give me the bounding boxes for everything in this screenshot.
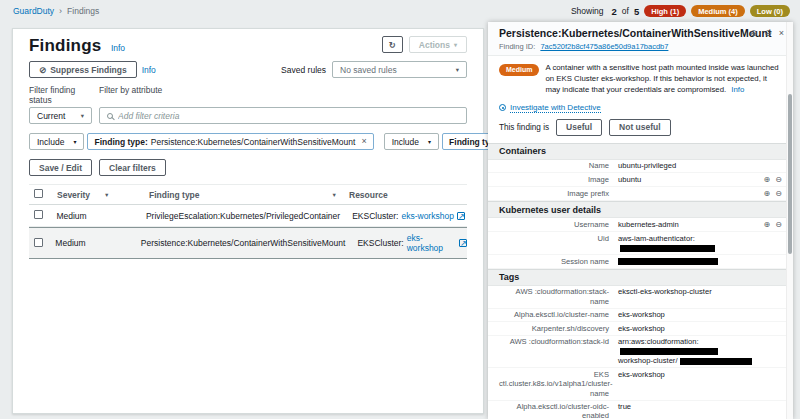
- row-checkbox[interactable]: [34, 210, 43, 219]
- filter-status-label: Filter finding status: [29, 85, 99, 105]
- detail-row: AWS :cloudformation:stack-id arn:aws:clo…: [488, 336, 793, 368]
- chevron-down-icon: ▾: [454, 41, 457, 48]
- field-label: Image: [499, 175, 609, 184]
- close-icon[interactable]: ×: [361, 137, 366, 146]
- breadcrumb: GuardDuty › Findings: [13, 6, 99, 16]
- suppress-info-link[interactable]: Info: [142, 65, 156, 75]
- severity-cell: Medium: [55, 238, 140, 248]
- detail-row: AWS :cloudformation:stack-name eksctl-ek…: [488, 286, 793, 309]
- panel-scrollbar[interactable]: [786, 22, 793, 419]
- section-header-containers: Containers: [488, 143, 793, 160]
- field-label: Uid: [499, 234, 609, 243]
- finding-status-select[interactable]: Current ▾: [29, 107, 92, 124]
- finding-status-value: Current: [37, 111, 65, 121]
- close-icon[interactable]: ×: [779, 28, 784, 38]
- sort-icon: ▼: [104, 192, 109, 198]
- zoom-in-icon[interactable]: ⊕: [750, 28, 758, 38]
- resource-prefix: EKSCluster:: [357, 238, 403, 248]
- finding-row-selected[interactable]: Medium Persistence:Kubernetes/ContainerW…: [29, 227, 467, 259]
- column-header-finding-type[interactable]: Finding type ▼: [149, 190, 349, 200]
- investigate-with-detective-link[interactable]: Investigate with Detective: [510, 103, 601, 113]
- select-all-checkbox[interactable]: [34, 189, 43, 198]
- title-info-link[interactable]: Info: [111, 43, 125, 53]
- external-link-icon[interactable]: ↗: [457, 212, 465, 220]
- filter-chip-group: Include ▾ Finding type: Persistence:Kube…: [29, 133, 374, 150]
- field-value: ubuntu-privileged: [618, 161, 782, 170]
- findings-summary: Showing 2 of 5 High (1) Medium (4) Low (…: [571, 5, 790, 17]
- severity-header-label: Severity: [57, 190, 90, 200]
- field-label: Image prefix: [499, 189, 609, 198]
- zoom-out-icon[interactable]: ⊖: [775, 175, 782, 185]
- sort-icon: ▼: [332, 192, 337, 198]
- resource-cell: EKSCluster: eks-workshop ↗: [352, 211, 467, 221]
- zoom-in-icon[interactable]: ⊕: [764, 175, 771, 185]
- field-label: Session name: [499, 257, 609, 266]
- filter-attribute-label: Filter by attribute: [99, 85, 162, 105]
- useful-button[interactable]: Useful: [556, 119, 602, 136]
- resource-cell: EKSCluster: eks-workshop ↗: [357, 233, 467, 253]
- save-edit-button[interactable]: Save / Edit: [29, 159, 92, 176]
- column-header-resource[interactable]: Resource: [349, 190, 467, 200]
- external-link-icon[interactable]: ↗: [459, 239, 467, 247]
- finding-detail-panel: Persistence:Kubernetes/ContainerWithSens…: [488, 22, 793, 419]
- breadcrumb-current: Findings: [67, 6, 99, 16]
- field-value: arn:aws:cloudformation: workshop-cluster…: [618, 337, 782, 365]
- detective-icon: [499, 104, 506, 111]
- redacted-value: [620, 245, 715, 252]
- table-header-row: Severity ▼ Finding type ▼ Resource: [29, 184, 467, 205]
- resource-link[interactable]: eks-workshop: [401, 211, 453, 221]
- include-operator-dropdown[interactable]: Include ▾: [29, 133, 84, 150]
- zoom-out-icon[interactable]: ⊖: [764, 28, 772, 38]
- detail-row: Image ubuntu ⊕ ⊖: [488, 173, 793, 187]
- field-label: EKS ctl.cluster.k8s.io/v1alpha1/cluster-…: [499, 370, 609, 398]
- detail-row: Image prefix ⊕ ⊖: [488, 187, 793, 201]
- finding-type-cell: PrivilegeEscalation:Kubernetes/Privilege…: [146, 211, 352, 221]
- resource-link[interactable]: eks-workshop: [407, 233, 456, 253]
- detail-row: Name ubuntu-privileged: [488, 160, 793, 173]
- chevron-down-icon: ▾: [81, 112, 84, 120]
- row-checkbox[interactable]: [34, 238, 43, 247]
- finding-row[interactable]: Medium PrivilegeEscalation:Kubernetes/Pr…: [29, 205, 467, 227]
- suppress-icon: ⊘: [39, 65, 46, 75]
- field-value: true: [618, 402, 782, 411]
- detail-row: Username kubernetes-admin ⊕ ⊖: [488, 218, 793, 232]
- description-info-link[interactable]: Info: [731, 85, 744, 94]
- scrollbar-thumb[interactable]: [788, 94, 792, 254]
- suppress-findings-button[interactable]: ⊘ Suppress Findings: [29, 61, 137, 78]
- zoom-in-icon[interactable]: ⊕: [764, 189, 771, 199]
- not-useful-button[interactable]: Not useful: [609, 119, 671, 136]
- redacted-value: [680, 358, 752, 365]
- include-label: Include: [392, 137, 419, 147]
- severity-badge: Medium: [499, 64, 539, 76]
- field-label: Alpha.eksctl.io/cluster-name: [499, 310, 609, 319]
- field-value: eks-workshop: [618, 310, 782, 319]
- include-operator-dropdown[interactable]: Include ▾: [384, 133, 439, 150]
- filter-search-input[interactable]: [118, 111, 459, 121]
- finding-type-header-label: Finding type: [149, 190, 200, 200]
- breadcrumb-link-guardduty[interactable]: GuardDuty: [13, 6, 54, 16]
- showing-total: 5: [634, 6, 639, 17]
- actions-button-label: Actions: [419, 40, 450, 50]
- page-title-group: Findings Info: [29, 36, 125, 56]
- chevron-down-icon: ▾: [428, 138, 431, 145]
- field-value: aws-iam-authenticator:: [618, 234, 782, 253]
- detail-row: Uid aws-iam-authenticator:: [488, 232, 793, 255]
- refresh-button[interactable]: ↻: [382, 36, 403, 53]
- actions-button[interactable]: Actions ▾: [409, 36, 467, 53]
- detail-row: Karpenter.sh/discovery eks-workshop: [488, 322, 793, 335]
- saved-rules-select[interactable]: No saved rules ▾: [332, 61, 467, 78]
- zoom-out-icon[interactable]: ⊖: [775, 189, 782, 199]
- finding-id-link[interactable]: 7ac520f2b8cf475a86e50d9a17bacdb7: [540, 42, 668, 51]
- column-header-severity[interactable]: Severity ▼: [57, 190, 149, 200]
- finding-description: Medium A container with a sensitive host…: [488, 56, 793, 100]
- zoom-in-icon[interactable]: ⊕: [764, 220, 771, 230]
- redacted-value: [620, 348, 718, 355]
- severity-cell: Medium: [56, 211, 146, 221]
- saved-rules-label: Saved rules: [281, 65, 326, 75]
- suppress-findings-label: Suppress Findings: [50, 65, 127, 75]
- zoom-out-icon[interactable]: ⊖: [775, 220, 782, 230]
- field-value: eks-workshop: [618, 324, 782, 333]
- detail-row: Alpha.eksctl.io/cluster-oidc-enabled tru…: [488, 401, 793, 419]
- clear-filters-button[interactable]: Clear filters: [99, 159, 166, 176]
- chip-value: Persistence:Kubernetes/ContainerWithSens…: [151, 137, 356, 147]
